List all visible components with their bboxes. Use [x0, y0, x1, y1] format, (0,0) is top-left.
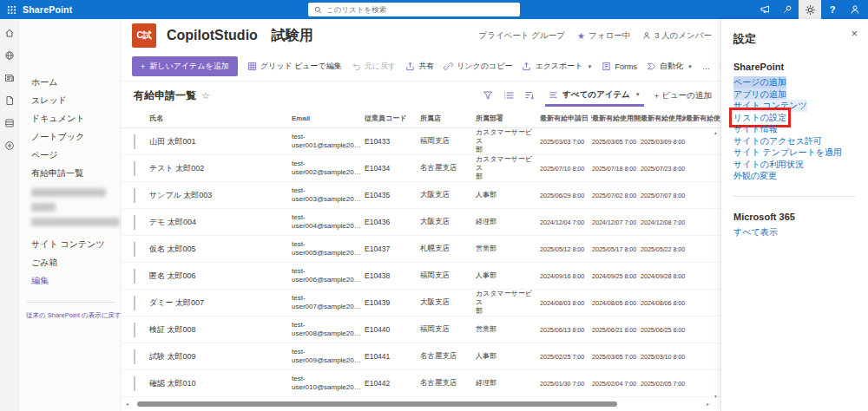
megaphone-icon[interactable] — [753, 0, 776, 19]
sidebar-item-3[interactable]: ノートブック — [19, 127, 121, 146]
settings-link-0-4[interactable]: サイト情報 — [733, 123, 856, 135]
cell-d2: 2025/02/04 7:00 — [592, 380, 641, 388]
cell-store: 名古屋支店 — [420, 163, 476, 173]
filter-icon[interactable] — [483, 90, 493, 101]
column-header-code[interactable]: 従業員コード — [365, 114, 420, 123]
scrollbar-thumb[interactable] — [137, 401, 617, 407]
toolbar-item-automate[interactable]: 自動化▼ — [647, 61, 693, 72]
follow-button[interactable]: ★フォロー中 — [577, 30, 630, 42]
scroll-right-arrow[interactable]: ► — [706, 401, 710, 407]
sidebar-item-0[interactable]: ホーム — [19, 73, 121, 91]
toolbar-item-link[interactable]: リンクのコピー — [444, 61, 512, 72]
settings-link-0-7[interactable]: サイトの利用状況 — [733, 159, 856, 171]
sidebar-item-2[interactable]: ドキュメント — [19, 109, 121, 127]
app-rail — [0, 19, 19, 411]
cell-code: E10439 — [365, 298, 420, 307]
cell-email: test- user007@sample20… — [292, 294, 365, 311]
tools-icon[interactable] — [776, 0, 799, 19]
add-view-button[interactable]: +ビューの追加 — [654, 90, 712, 101]
settings-link-0-6[interactable]: サイト テンプレートを適用 — [733, 147, 856, 159]
cell-email: test- user001@sample20… — [292, 133, 365, 150]
sidebar-item-9[interactable]: サイト コンテンツ — [19, 235, 121, 253]
row-accent — [132, 161, 149, 176]
column-header-dept[interactable]: 所属部署 — [476, 114, 540, 123]
table-row[interactable]: 検証 太郎008test- user008@sample20…E10440福岡支… — [122, 316, 720, 343]
table-row[interactable]: テスト 太郎002test- user002@sample20…E10434名古… — [122, 155, 720, 182]
row-accent — [132, 269, 149, 284]
column-header-d2[interactable]: 最新有給使用開始.. — [592, 114, 641, 123]
cell-d1: 2024/12/04 7:00 — [540, 219, 592, 226]
scroll-left-arrow[interactable]: ◄ — [125, 401, 129, 407]
cell-store: 福岡支店 — [420, 136, 476, 147]
app-launcher-waffle-icon[interactable] — [0, 0, 23, 19]
vertical-scrollbar[interactable]: ▲▼ — [712, 130, 720, 399]
column-header-name[interactable]: 氏名 — [149, 114, 292, 123]
favorite-star-icon[interactable]: ☆ — [201, 90, 210, 101]
table-row[interactable]: 山田 太郎001test- user001@sample20…E10433福岡支… — [122, 128, 720, 155]
sidebar-item-1[interactable]: スレッド — [19, 91, 121, 109]
settings-gear-icon[interactable] — [799, 0, 821, 19]
help-icon[interactable]: ? — [821, 0, 844, 19]
sidebar-item-4[interactable]: ページ — [19, 146, 121, 164]
toolbar-item-more[interactable]: … — [702, 62, 710, 71]
new-item-button[interactable]: + 新しいアイテムを追加 — [132, 56, 238, 76]
sidebar-item-10[interactable]: ごみ箱 — [19, 253, 121, 271]
account-person-icon[interactable] — [844, 0, 866, 19]
view-tab-all-items[interactable]: すべてのアイテム ▼ — [545, 85, 644, 107]
list-library-icon[interactable] — [4, 118, 15, 128]
settings-link-0-3[interactable]: リストの設定 — [733, 112, 856, 124]
settings-link-1-0[interactable]: すべて表示 — [733, 226, 856, 238]
table-row[interactable]: デモ 太郎004test- user004@sample20…E10436大阪支… — [122, 209, 720, 236]
cell-d3: 2025/03/10 8:00 — [641, 353, 686, 361]
document-icon[interactable] — [4, 95, 15, 106]
toolbar-item-forms[interactable]: Forms — [602, 62, 637, 71]
sort-group-icon[interactable] — [524, 90, 535, 101]
cell-dept: 営業部 — [476, 325, 540, 334]
toolbar-item-share[interactable]: 共有 — [405, 61, 434, 72]
cell-email: test- user009@sample20… — [292, 348, 365, 365]
column-header-store[interactable]: 所属店 — [420, 114, 476, 123]
column-header-d4[interactable]: 最新有給使 — [686, 114, 720, 123]
table-row[interactable]: 確認 太郎010test- user010@sample20…E10442名古屋… — [122, 370, 720, 397]
column-header-d1[interactable]: 最新有給申請日i — [540, 114, 592, 123]
settings-link-0-0[interactable]: ページの追加 — [733, 76, 856, 88]
cell-code: E10441 — [365, 352, 420, 361]
cell-d3: 2025/02/05 7:00 — [641, 380, 686, 388]
settings-link-0-5[interactable]: サイトのアクセス許可 — [733, 135, 856, 147]
create-plus-icon[interactable] — [4, 140, 15, 151]
suite-app-name[interactable]: SharePoint — [23, 4, 72, 15]
settings-link-label: ページの追加 — [733, 76, 786, 88]
column-header-email[interactable]: Email — [292, 114, 365, 122]
table-row[interactable]: 試験 太郎009test- user009@sample20…E10441名古屋… — [122, 343, 720, 370]
list-view-icon[interactable] — [503, 90, 514, 101]
table-row[interactable]: 匿名 太郎006test- user006@sample20…E10438福岡支… — [122, 263, 720, 290]
table-row[interactable]: ダミー 太郎007test- user007@sample20…E10439大阪… — [122, 290, 720, 316]
settings-link-label: サイト コンテンツ — [733, 100, 807, 112]
settings-link-0-8[interactable]: 外観の変更 — [733, 170, 856, 182]
close-icon[interactable]: × — [851, 28, 858, 39]
cell-d1: 2025/02/25 7:00 — [540, 353, 592, 361]
cell-code: E10437 — [365, 245, 420, 253]
news-icon[interactable] — [4, 73, 15, 83]
classic-sharepoint-link[interactable]: 従来の SharePoint の表示に戻す — [19, 311, 121, 320]
settings-link-0-1[interactable]: アプリの追加 — [733, 88, 856, 101]
settings-link-label: 外観の変更 — [733, 170, 777, 182]
toolbar-item-export[interactable]: エクスポート▼ — [522, 61, 592, 72]
sidebar-item-11[interactable]: 編集 — [19, 271, 121, 290]
home-icon[interactable] — [4, 28, 15, 38]
globe-icon[interactable] — [4, 50, 15, 61]
site-logo[interactable]: C試 — [132, 23, 156, 48]
cell-d3: 2025/03/09 8:00 — [641, 138, 686, 146]
cell-store: 福岡支店 — [420, 271, 476, 281]
table-row[interactable]: 仮名 太郎005test- user005@sample20…E10437札幌支… — [122, 236, 720, 263]
settings-link-0-2[interactable]: サイト コンテンツ — [733, 100, 856, 112]
search-input[interactable] — [326, 5, 514, 14]
column-header-d3[interactable]: 最新有給使用終了... — [641, 114, 686, 123]
toolbar-item-grid[interactable]: グリッド ビューで編集 — [247, 61, 342, 72]
annotated-link-label: リストの設定 — [733, 112, 786, 124]
search-box[interactable] — [308, 3, 520, 16]
members-button[interactable]: 3 人のメンバー — [642, 30, 712, 42]
table-row[interactable]: サンプル 太郎003test- user003@sample20…E10435大… — [122, 182, 720, 209]
horizontal-scrollbar[interactable]: ◄ ► — [125, 401, 710, 408]
sidebar-item-5[interactable]: 有給申請一覧 — [19, 164, 121, 182]
